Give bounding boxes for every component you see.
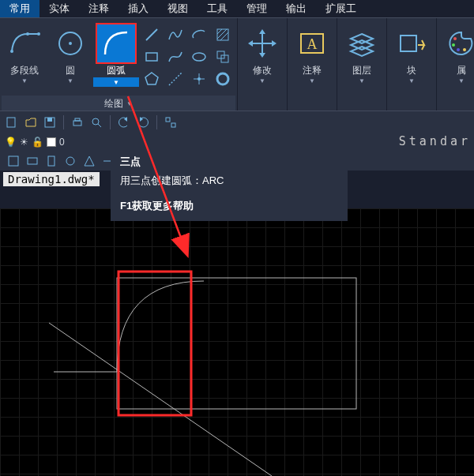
dropdown-caret-icon[interactable]: ▼	[458, 77, 465, 84]
point-icon[interactable]	[188, 69, 210, 89]
tooltip-description: 用三点创建圆弧：ARC	[120, 174, 338, 188]
svg-rect-50	[48, 156, 55, 166]
tab-view[interactable]: 视图	[158, 0, 198, 17]
callout-rectangle	[118, 272, 191, 415]
ribbon: 多段线 ▼ 圆 ▼ 圆弧 ▼	[0, 17, 474, 111]
polyline-icon	[6, 24, 43, 62]
qat-redo-icon[interactable]	[134, 114, 152, 131]
lock-icon[interactable]: 🔓	[32, 137, 43, 148]
tab-tools[interactable]: 工具	[198, 0, 237, 17]
donut-icon[interactable]	[212, 69, 234, 89]
modify-label: 修改	[253, 64, 272, 77]
tb-icon-5[interactable]	[81, 152, 98, 170]
svg-marker-24	[259, 53, 265, 58]
qat-new-icon[interactable]	[3, 114, 21, 131]
move-icon	[243, 24, 281, 62]
svg-rect-48	[9, 156, 18, 166]
ellipse-arc-icon[interactable]	[188, 24, 210, 45]
polygon-icon[interactable]	[141, 69, 163, 89]
qat-undo-icon[interactable]	[115, 114, 133, 131]
svg-line-9	[217, 29, 227, 39]
dropdown-caret-icon[interactable]: ▼	[408, 77, 415, 84]
construction-line-icon[interactable]	[164, 69, 186, 89]
block-icon	[393, 24, 431, 62]
palette-icon	[442, 24, 474, 62]
tab-annotate[interactable]: 注释	[79, 0, 118, 17]
svg-point-35	[457, 48, 460, 51]
dropdown-caret-icon[interactable]: ▼	[309, 77, 315, 84]
layer-name[interactable]: 0	[59, 137, 65, 148]
svg-point-20	[217, 73, 228, 84]
block-button[interactable]: 块 ▼	[389, 21, 434, 88]
svg-point-36	[463, 48, 466, 51]
tb-icon-3[interactable]	[43, 152, 60, 170]
quick-access-toolbar	[0, 111, 474, 133]
draw-small-tools	[139, 21, 235, 92]
qat-open-icon[interactable]	[22, 114, 40, 131]
rectangle-icon[interactable]	[141, 47, 163, 67]
tab-insert[interactable]: 插入	[118, 0, 158, 17]
tab-common[interactable]: 常用	[0, 0, 40, 17]
circle-button[interactable]: 圆 ▼	[47, 21, 93, 92]
svg-point-42	[92, 118, 99, 125]
dropdown-caret-icon[interactable]: ▼	[259, 77, 265, 84]
tooltip-title: 三点	[120, 155, 338, 169]
annotate-button[interactable]: A 注释 ▼	[289, 21, 335, 88]
svg-point-5	[69, 42, 72, 45]
tb-icon-4[interactable]	[62, 152, 79, 170]
layers-label: 图层	[352, 64, 371, 77]
region-icon[interactable]	[212, 47, 234, 67]
tb-icon-2[interactable]	[24, 152, 41, 170]
tb-icon-1[interactable]	[5, 152, 22, 170]
svg-rect-47	[171, 123, 175, 127]
polyline-button[interactable]: 多段线 ▼	[2, 21, 47, 92]
qat-save-icon[interactable]	[41, 114, 58, 131]
arc-label: 圆弧	[107, 64, 126, 77]
circle-icon	[51, 24, 89, 62]
sun-icon[interactable]: ☀	[20, 137, 28, 148]
svg-line-43	[98, 124, 101, 127]
arc-icon	[97, 24, 135, 62]
svg-line-8	[217, 29, 222, 34]
tab-manage[interactable]: 管理	[237, 0, 276, 17]
svg-marker-30	[351, 40, 373, 50]
tooltip: 三点 用三点创建圆弧：ARC F1获取更多帮助	[111, 148, 348, 221]
dropdown-caret-icon[interactable]: ▼	[21, 77, 28, 84]
qat-preview-icon[interactable]	[88, 114, 105, 131]
svg-rect-49	[28, 158, 37, 164]
spline-cv-icon[interactable]	[164, 47, 186, 67]
svg-point-12	[193, 53, 205, 61]
tooltip-help: F1获取更多帮助	[120, 199, 338, 213]
dropdown-caret-icon[interactable]: ▼	[359, 77, 365, 84]
svg-rect-11	[146, 53, 157, 61]
properties-button[interactable]: 属 ▼	[438, 21, 474, 88]
qat-match-icon[interactable]	[162, 114, 179, 131]
tab-output[interactable]: 输出	[276, 0, 316, 17]
spline-fit-icon[interactable]	[164, 24, 186, 45]
svg-marker-31	[351, 47, 373, 56]
arc-button[interactable]: 圆弧 ▼	[93, 21, 139, 92]
block-label: 块	[407, 64, 416, 77]
layer-color-swatch[interactable]	[47, 137, 56, 147]
layers-button[interactable]: 图层 ▼	[339, 21, 385, 88]
hatch-icon[interactable]	[212, 24, 234, 45]
tab-ext[interactable]: 扩展工	[316, 0, 366, 17]
tab-entity[interactable]: 实体	[40, 0, 79, 17]
svg-marker-52	[85, 156, 94, 166]
line-icon[interactable]	[141, 24, 163, 45]
layers-icon	[343, 24, 381, 62]
drawing-canvas[interactable]	[0, 208, 474, 476]
properties-label: 属	[457, 64, 466, 77]
qat-print-icon[interactable]	[69, 114, 86, 131]
modify-button[interactable]: 修改 ▼	[239, 21, 285, 88]
dropdown-caret-icon[interactable]: ▼	[67, 77, 73, 84]
svg-point-1	[10, 50, 13, 53]
document-tab[interactable]: Drawing1.dwg*	[3, 172, 100, 186]
arc-dropdown[interactable]: ▼	[93, 77, 139, 87]
svg-marker-23	[259, 29, 265, 34]
ellipse-icon[interactable]	[188, 47, 210, 67]
annotate-label: 注释	[303, 64, 322, 77]
ribbon-tab-bar: 常用 实体 注释 插入 视图 工具 管理 输出 扩展工	[0, 0, 474, 17]
lightbulb-icon[interactable]: 💡	[5, 137, 17, 148]
panel-expand-caret-icon[interactable]: ▼	[126, 100, 133, 107]
